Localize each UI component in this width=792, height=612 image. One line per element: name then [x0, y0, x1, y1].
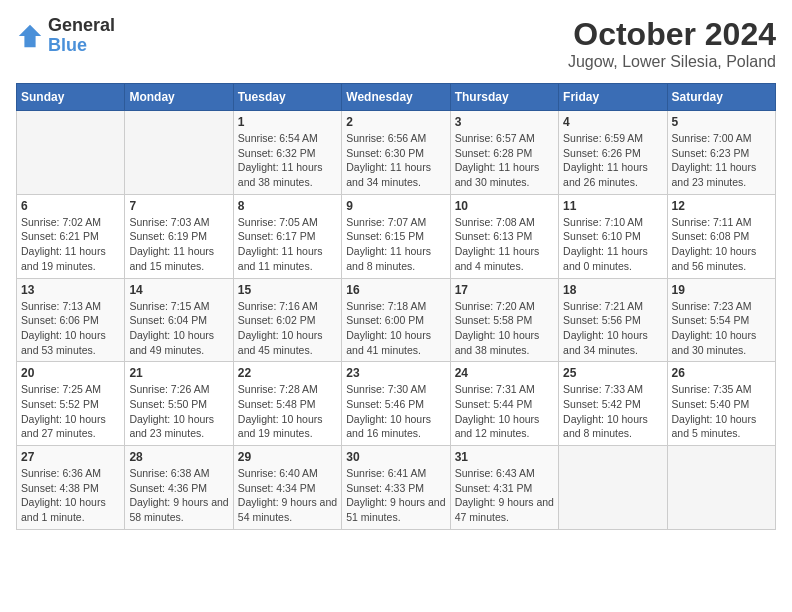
calendar-cell: 17Sunrise: 7:20 AM Sunset: 5:58 PM Dayli… — [450, 278, 558, 362]
calendar-cell: 6Sunrise: 7:02 AM Sunset: 6:21 PM Daylig… — [17, 194, 125, 278]
calendar-cell: 2Sunrise: 6:56 AM Sunset: 6:30 PM Daylig… — [342, 111, 450, 195]
calendar-cell: 22Sunrise: 7:28 AM Sunset: 5:48 PM Dayli… — [233, 362, 341, 446]
cell-info: Sunrise: 7:05 AM Sunset: 6:17 PM Dayligh… — [238, 215, 337, 274]
cell-info: Sunrise: 7:30 AM Sunset: 5:46 PM Dayligh… — [346, 382, 445, 441]
cell-day-number: 23 — [346, 366, 445, 380]
cell-info: Sunrise: 7:15 AM Sunset: 6:04 PM Dayligh… — [129, 299, 228, 358]
header-cell-tuesday: Tuesday — [233, 84, 341, 111]
cell-day-number: 25 — [563, 366, 662, 380]
calendar-cell: 23Sunrise: 7:30 AM Sunset: 5:46 PM Dayli… — [342, 362, 450, 446]
calendar-cell: 29Sunrise: 6:40 AM Sunset: 4:34 PM Dayli… — [233, 446, 341, 530]
header-cell-monday: Monday — [125, 84, 233, 111]
calendar-cell: 5Sunrise: 7:00 AM Sunset: 6:23 PM Daylig… — [667, 111, 775, 195]
cell-day-number: 12 — [672, 199, 771, 213]
cell-info: Sunrise: 7:07 AM Sunset: 6:15 PM Dayligh… — [346, 215, 445, 274]
calendar-cell: 3Sunrise: 6:57 AM Sunset: 6:28 PM Daylig… — [450, 111, 558, 195]
week-row-3: 13Sunrise: 7:13 AM Sunset: 6:06 PM Dayli… — [17, 278, 776, 362]
calendar-cell: 8Sunrise: 7:05 AM Sunset: 6:17 PM Daylig… — [233, 194, 341, 278]
cell-day-number: 18 — [563, 283, 662, 297]
cell-day-number: 27 — [21, 450, 120, 464]
calendar-cell: 31Sunrise: 6:43 AM Sunset: 4:31 PM Dayli… — [450, 446, 558, 530]
header-cell-saturday: Saturday — [667, 84, 775, 111]
page-subtitle: Jugow, Lower Silesia, Poland — [568, 53, 776, 71]
calendar-cell — [559, 446, 667, 530]
logo-line1: General — [48, 16, 115, 36]
calendar-cell: 30Sunrise: 6:41 AM Sunset: 4:33 PM Dayli… — [342, 446, 450, 530]
calendar-table: SundayMondayTuesdayWednesdayThursdayFrid… — [16, 83, 776, 530]
calendar-cell: 9Sunrise: 7:07 AM Sunset: 6:15 PM Daylig… — [342, 194, 450, 278]
cell-day-number: 9 — [346, 199, 445, 213]
calendar-cell — [17, 111, 125, 195]
cell-day-number: 29 — [238, 450, 337, 464]
cell-info: Sunrise: 7:02 AM Sunset: 6:21 PM Dayligh… — [21, 215, 120, 274]
cell-info: Sunrise: 6:38 AM Sunset: 4:36 PM Dayligh… — [129, 466, 228, 525]
cell-day-number: 14 — [129, 283, 228, 297]
cell-info: Sunrise: 7:26 AM Sunset: 5:50 PM Dayligh… — [129, 382, 228, 441]
cell-info: Sunrise: 7:28 AM Sunset: 5:48 PM Dayligh… — [238, 382, 337, 441]
calendar-cell: 25Sunrise: 7:33 AM Sunset: 5:42 PM Dayli… — [559, 362, 667, 446]
logo-icon — [16, 22, 44, 50]
calendar-cell: 16Sunrise: 7:18 AM Sunset: 6:00 PM Dayli… — [342, 278, 450, 362]
cell-day-number: 21 — [129, 366, 228, 380]
cell-day-number: 6 — [21, 199, 120, 213]
calendar-cell — [125, 111, 233, 195]
cell-info: Sunrise: 6:57 AM Sunset: 6:28 PM Dayligh… — [455, 131, 554, 190]
calendar-cell — [667, 446, 775, 530]
calendar-cell: 13Sunrise: 7:13 AM Sunset: 6:06 PM Dayli… — [17, 278, 125, 362]
page-title: October 2024 — [568, 16, 776, 53]
cell-day-number: 24 — [455, 366, 554, 380]
cell-info: Sunrise: 6:56 AM Sunset: 6:30 PM Dayligh… — [346, 131, 445, 190]
cell-day-number: 15 — [238, 283, 337, 297]
cell-info: Sunrise: 7:00 AM Sunset: 6:23 PM Dayligh… — [672, 131, 771, 190]
cell-info: Sunrise: 7:13 AM Sunset: 6:06 PM Dayligh… — [21, 299, 120, 358]
cell-info: Sunrise: 6:54 AM Sunset: 6:32 PM Dayligh… — [238, 131, 337, 190]
cell-day-number: 3 — [455, 115, 554, 129]
header-cell-thursday: Thursday — [450, 84, 558, 111]
cell-info: Sunrise: 7:03 AM Sunset: 6:19 PM Dayligh… — [129, 215, 228, 274]
week-row-2: 6Sunrise: 7:02 AM Sunset: 6:21 PM Daylig… — [17, 194, 776, 278]
calendar-cell: 26Sunrise: 7:35 AM Sunset: 5:40 PM Dayli… — [667, 362, 775, 446]
cell-info: Sunrise: 6:43 AM Sunset: 4:31 PM Dayligh… — [455, 466, 554, 525]
calendar-cell: 19Sunrise: 7:23 AM Sunset: 5:54 PM Dayli… — [667, 278, 775, 362]
cell-day-number: 4 — [563, 115, 662, 129]
cell-day-number: 22 — [238, 366, 337, 380]
cell-day-number: 5 — [672, 115, 771, 129]
cell-info: Sunrise: 7:35 AM Sunset: 5:40 PM Dayligh… — [672, 382, 771, 441]
calendar-cell: 27Sunrise: 6:36 AM Sunset: 4:38 PM Dayli… — [17, 446, 125, 530]
cell-info: Sunrise: 7:10 AM Sunset: 6:10 PM Dayligh… — [563, 215, 662, 274]
cell-day-number: 19 — [672, 283, 771, 297]
cell-day-number: 26 — [672, 366, 771, 380]
cell-info: Sunrise: 7:21 AM Sunset: 5:56 PM Dayligh… — [563, 299, 662, 358]
cell-info: Sunrise: 7:20 AM Sunset: 5:58 PM Dayligh… — [455, 299, 554, 358]
calendar-cell: 15Sunrise: 7:16 AM Sunset: 6:02 PM Dayli… — [233, 278, 341, 362]
calendar-cell: 14Sunrise: 7:15 AM Sunset: 6:04 PM Dayli… — [125, 278, 233, 362]
calendar-cell: 20Sunrise: 7:25 AM Sunset: 5:52 PM Dayli… — [17, 362, 125, 446]
calendar-cell: 12Sunrise: 7:11 AM Sunset: 6:08 PM Dayli… — [667, 194, 775, 278]
calendar-body: 1Sunrise: 6:54 AM Sunset: 6:32 PM Daylig… — [17, 111, 776, 530]
cell-day-number: 8 — [238, 199, 337, 213]
cell-info: Sunrise: 7:08 AM Sunset: 6:13 PM Dayligh… — [455, 215, 554, 274]
cell-day-number: 7 — [129, 199, 228, 213]
calendar-cell: 7Sunrise: 7:03 AM Sunset: 6:19 PM Daylig… — [125, 194, 233, 278]
logo: General Blue — [16, 16, 115, 56]
cell-info: Sunrise: 6:41 AM Sunset: 4:33 PM Dayligh… — [346, 466, 445, 525]
calendar-cell: 21Sunrise: 7:26 AM Sunset: 5:50 PM Dayli… — [125, 362, 233, 446]
cell-day-number: 28 — [129, 450, 228, 464]
page-header: General Blue October 2024 Jugow, Lower S… — [16, 16, 776, 71]
cell-info: Sunrise: 6:36 AM Sunset: 4:38 PM Dayligh… — [21, 466, 120, 525]
cell-day-number: 2 — [346, 115, 445, 129]
cell-info: Sunrise: 7:33 AM Sunset: 5:42 PM Dayligh… — [563, 382, 662, 441]
calendar-cell: 18Sunrise: 7:21 AM Sunset: 5:56 PM Dayli… — [559, 278, 667, 362]
week-row-5: 27Sunrise: 6:36 AM Sunset: 4:38 PM Dayli… — [17, 446, 776, 530]
calendar-cell: 4Sunrise: 6:59 AM Sunset: 6:26 PM Daylig… — [559, 111, 667, 195]
cell-day-number: 1 — [238, 115, 337, 129]
cell-day-number: 31 — [455, 450, 554, 464]
cell-day-number: 30 — [346, 450, 445, 464]
cell-info: Sunrise: 7:23 AM Sunset: 5:54 PM Dayligh… — [672, 299, 771, 358]
cell-day-number: 16 — [346, 283, 445, 297]
calendar-cell: 24Sunrise: 7:31 AM Sunset: 5:44 PM Dayli… — [450, 362, 558, 446]
cell-info: Sunrise: 6:40 AM Sunset: 4:34 PM Dayligh… — [238, 466, 337, 525]
cell-day-number: 17 — [455, 283, 554, 297]
cell-info: Sunrise: 7:11 AM Sunset: 6:08 PM Dayligh… — [672, 215, 771, 274]
calendar-cell: 28Sunrise: 6:38 AM Sunset: 4:36 PM Dayli… — [125, 446, 233, 530]
